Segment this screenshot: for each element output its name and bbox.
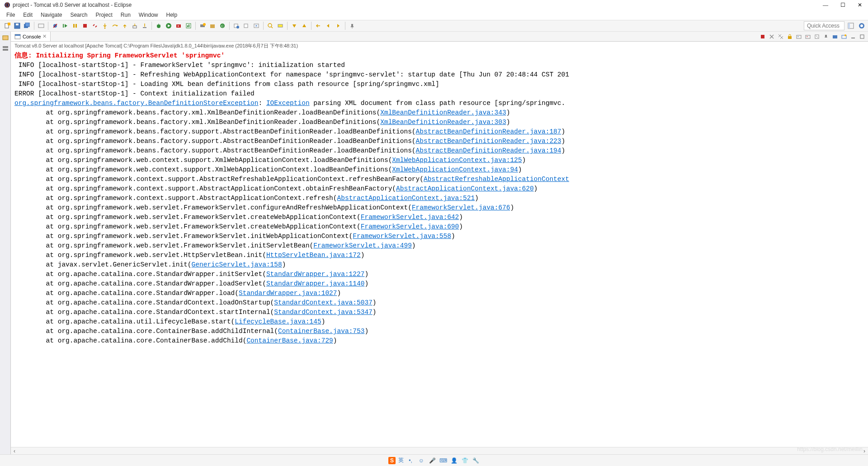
- stacktrace-link[interactable]: FrameworkServlet.java:558: [353, 233, 451, 240]
- search-button[interactable]: [266, 21, 275, 30]
- menu-search[interactable]: Search: [66, 11, 91, 19]
- stacktrace-link[interactable]: StandardContext.java:5347: [274, 309, 373, 316]
- open-perspective-button[interactable]: [846, 21, 855, 30]
- stacktrace-link[interactable]: StandardWrapper.java:1027: [239, 290, 337, 297]
- exception-link[interactable]: org.springframework.beans.factory.BeanDe…: [14, 100, 259, 107]
- menu-navigate[interactable]: Navigate: [37, 11, 66, 19]
- save-all-button[interactable]: [23, 21, 32, 30]
- package-explorer-icon[interactable]: [1, 33, 9, 42]
- disconnect-button[interactable]: [90, 21, 99, 30]
- back-button[interactable]: [324, 21, 333, 30]
- stacktrace-link[interactable]: AbstractBeanDefinitionReader.java:194: [416, 147, 561, 154]
- maximize-view-icon[interactable]: [858, 33, 866, 41]
- stacktrace-link[interactable]: StandardWrapper.java:1140: [266, 280, 365, 287]
- toggle-mark-occurrences-button[interactable]: [276, 21, 285, 30]
- stacktrace-link[interactable]: FrameworkServlet.java:642: [361, 214, 459, 221]
- stacktrace-link[interactable]: XmlBeanDefinitionReader.java:303: [380, 119, 506, 126]
- open-type-button[interactable]: [252, 21, 261, 30]
- stacktrace-link[interactable]: LifecycleBase.java:145: [235, 318, 321, 325]
- minimize-button[interactable]: —: [821, 2, 830, 9]
- stacktrace-link[interactable]: StandardContext.java:5037: [274, 299, 373, 306]
- pin-console-icon[interactable]: [822, 33, 830, 41]
- display-selected-console-icon[interactable]: [831, 33, 839, 41]
- remove-launch-icon[interactable]: [768, 33, 776, 41]
- menu-window[interactable]: Window: [135, 11, 162, 19]
- new-server-button[interactable]: [198, 21, 207, 30]
- stacktrace-link[interactable]: FrameworkServlet.java:676: [412, 204, 510, 211]
- mic-icon[interactable]: 🎤: [428, 456, 436, 465]
- close-button[interactable]: ✕: [855, 2, 864, 9]
- step-return-button[interactable]: [120, 21, 129, 30]
- drop-to-frame-button[interactable]: [130, 21, 139, 30]
- stacktrace-link[interactable]: ContainerBase.java:753: [278, 328, 364, 335]
- open-console-icon[interactable]: [840, 33, 848, 41]
- stacktrace-link[interactable]: XmlBeanDefinitionReader.java:343: [380, 109, 506, 116]
- stacktrace-link[interactable]: HttpServletBean.java:172: [266, 252, 361, 259]
- menu-help[interactable]: Help: [163, 11, 181, 19]
- horizontal-scrollbar[interactable]: ‹ ›: [11, 447, 868, 454]
- maximize-button[interactable]: ☐: [838, 2, 847, 9]
- menu-edit[interactable]: Edit: [19, 11, 36, 19]
- open-task-button[interactable]: [232, 21, 241, 30]
- terminate-icon[interactable]: [759, 33, 767, 41]
- show-console-on-error-icon[interactable]: [804, 33, 812, 41]
- menu-run[interactable]: Run: [117, 11, 134, 19]
- person-icon[interactable]: 👤: [450, 456, 458, 465]
- new-java-package-button[interactable]: [208, 21, 217, 30]
- stacktrace-link[interactable]: AbstractBeanDefinitionReader.java:187: [416, 128, 561, 135]
- use-step-filters-button[interactable]: [140, 21, 149, 30]
- previous-annotation-button[interactable]: [300, 21, 309, 30]
- console-tab[interactable]: Console ✕: [11, 32, 51, 41]
- stacktrace-link[interactable]: XmlWebApplicationContext.java:125: [392, 157, 522, 164]
- last-edit-location-button[interactable]: [314, 21, 323, 30]
- step-into-button[interactable]: [100, 21, 109, 30]
- run-button[interactable]: [164, 21, 173, 30]
- pin-editor-button[interactable]: [348, 21, 357, 30]
- scroll-lock-icon[interactable]: [786, 33, 794, 41]
- exception-link[interactable]: IOException: [266, 100, 310, 107]
- forward-button[interactable]: [334, 21, 343, 30]
- wrench-icon[interactable]: 🔧: [472, 456, 480, 465]
- stacktrace-link[interactable]: FrameworkServlet.java:690: [361, 223, 459, 230]
- stacktrace-link[interactable]: StandardWrapper.java:1227: [266, 271, 365, 278]
- servers-icon[interactable]: [1, 44, 9, 52]
- stacktrace-link[interactable]: XmlWebApplicationContext.java:94: [392, 166, 518, 173]
- skip-breakpoints-button[interactable]: [51, 21, 60, 30]
- new-task-button[interactable]: [242, 21, 251, 30]
- show-console-on-output-icon[interactable]: [795, 33, 803, 41]
- switch-editor-button[interactable]: [37, 21, 46, 30]
- console-output[interactable]: 信息: Initializing Spring FrameworkServlet…: [11, 50, 868, 447]
- debug-button[interactable]: [154, 21, 163, 30]
- coverage-button[interactable]: [184, 21, 193, 30]
- new-button[interactable]: [3, 21, 12, 30]
- console-tab-close-icon[interactable]: ✕: [42, 33, 47, 39]
- resume-button[interactable]: [61, 21, 70, 30]
- emoji-icon[interactable]: ☺: [417, 456, 425, 465]
- ime-badge[interactable]: S: [388, 457, 396, 464]
- suspend-button[interactable]: [71, 21, 80, 30]
- save-button[interactable]: [13, 21, 22, 30]
- stacktrace-link[interactable]: GenericServlet.java:158: [192, 261, 282, 268]
- scroll-left-icon[interactable]: ‹: [11, 448, 18, 454]
- stacktrace-link[interactable]: AbstractApplicationContext.java:521: [337, 195, 475, 202]
- stacktrace-link[interactable]: AbstractBeanDefinitionReader.java:223: [416, 138, 561, 145]
- quick-access-input[interactable]: [804, 21, 844, 30]
- shirt-icon[interactable]: 👕: [461, 456, 469, 465]
- clear-console-icon[interactable]: [813, 33, 821, 41]
- next-annotation-button[interactable]: [290, 21, 299, 30]
- step-over-button[interactable]: [110, 21, 119, 30]
- menu-project[interactable]: Project: [92, 11, 116, 19]
- remove-all-terminated-icon[interactable]: [777, 33, 785, 41]
- minimize-view-icon[interactable]: [849, 33, 857, 41]
- ime-language[interactable]: 英: [398, 456, 404, 464]
- terminate-button[interactable]: [80, 21, 90, 30]
- stacktrace-link[interactable]: AbstractRefreshableApplicationContext: [424, 176, 569, 183]
- run-last-tool-button[interactable]: [174, 21, 183, 30]
- keyboard-icon[interactable]: ⌨: [439, 456, 447, 465]
- new-type-button[interactable]: C: [218, 21, 227, 30]
- stacktrace-link[interactable]: FrameworkServlet.java:499: [313, 242, 412, 249]
- menu-file[interactable]: File: [3, 11, 19, 19]
- stacktrace-link[interactable]: ContainerBase.java:729: [246, 337, 333, 344]
- java-ee-perspective-button[interactable]: [857, 21, 866, 30]
- stacktrace-link[interactable]: AbstractApplicationContext.java:620: [396, 185, 534, 192]
